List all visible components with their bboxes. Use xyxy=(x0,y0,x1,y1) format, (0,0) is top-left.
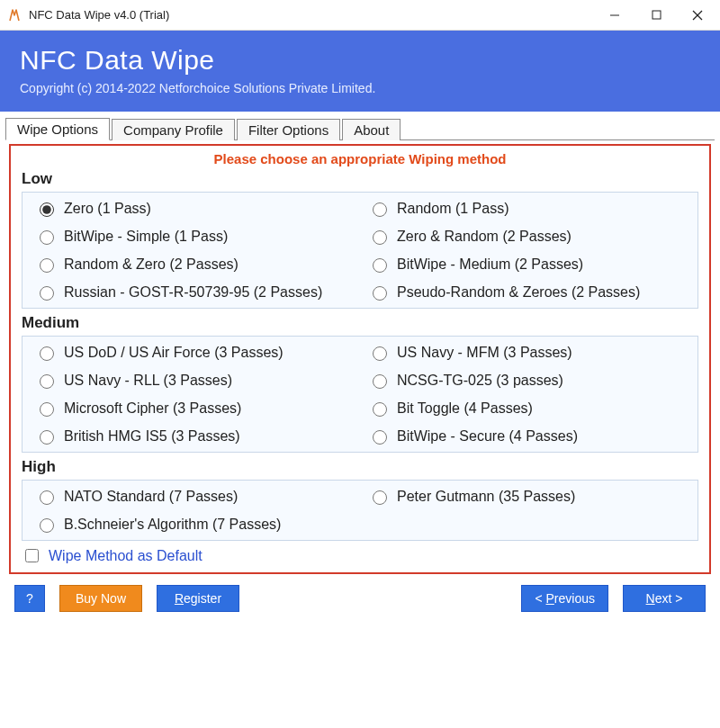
wipe-method-radio[interactable] xyxy=(40,374,54,389)
wipe-method-option[interactable]: Peter Gutmann (35 Passes) xyxy=(368,488,685,505)
help-button-label: ? xyxy=(26,591,33,606)
wipe-method-option[interactable]: US DoD / US Air Force (3 Passes) xyxy=(35,344,352,361)
wipe-method-label: Zero & Random (2 Passes) xyxy=(397,229,572,245)
wipe-method-radio[interactable] xyxy=(373,490,387,505)
tab-filter-options[interactable]: Filter Options xyxy=(237,119,340,140)
wipe-method-radio[interactable] xyxy=(373,230,387,245)
previous-button[interactable]: < Previous xyxy=(521,585,608,612)
app-header: NFC Data Wipe Copyright (c) 2014-2022 Ne… xyxy=(0,31,720,112)
wipe-method-label: BitWipe - Simple (1 Pass) xyxy=(64,229,228,245)
tab-label: Filter Options xyxy=(248,122,328,138)
wipe-method-label: Pseudo-Random & Zeroes (2 Passes) xyxy=(397,284,640,301)
wipe-method-label: Zero (1 Pass) xyxy=(64,201,151,217)
wipe-method-label: Bit Toggle (4 Passes) xyxy=(397,400,533,417)
wipe-method-option[interactable]: US Navy - MFM (3 Passes) xyxy=(368,344,685,361)
footer-bar: ? Buy Now Register < Previous Next > xyxy=(0,574,720,623)
help-button[interactable]: ? xyxy=(14,585,45,612)
wipe-method-option[interactable]: NCSG-TG-025 (3 passes) xyxy=(368,372,685,389)
wipe-method-radio[interactable] xyxy=(373,202,387,217)
wipe-options-panel: Please choose an appropriate Wiping meth… xyxy=(9,144,711,574)
window-maximize-button[interactable] xyxy=(635,1,677,30)
wipe-method-label: US Navy - MFM (3 Passes) xyxy=(397,345,572,361)
wipe-method-option[interactable]: Random & Zero (2 Passes) xyxy=(35,256,352,273)
wipe-method-radio[interactable] xyxy=(373,258,387,273)
svg-rect-1 xyxy=(652,11,661,19)
group-box-low: Zero (1 Pass)Random (1 Pass)BitWipe - Si… xyxy=(22,192,698,309)
wipe-method-option[interactable]: Microsoft Cipher (3 Passes) xyxy=(35,400,352,417)
product-name: NFC Data Wipe xyxy=(20,45,700,76)
tab-bar: Wipe OptionsCompany ProfileFilter Option… xyxy=(0,112,720,139)
wipe-method-label: NCSG-TG-025 (3 passes) xyxy=(397,373,563,389)
tab-company-profile[interactable]: Company Profile xyxy=(112,119,235,140)
wipe-method-radio[interactable] xyxy=(373,374,387,389)
tab-label: Wipe Options xyxy=(17,121,98,137)
group-title-low: Low xyxy=(22,170,698,188)
wipe-method-option[interactable]: Russian - GOST-R-50739-95 (2 Passes) xyxy=(35,283,352,301)
tab-wipe-options[interactable]: Wipe Options xyxy=(5,118,110,140)
wipe-method-default-checkbox[interactable]: Wipe Method as Default xyxy=(22,546,698,565)
wipe-method-option[interactable]: US Navy - RLL (3 Passes) xyxy=(35,372,352,389)
wipe-method-option[interactable]: BitWipe - Medium (2 Passes) xyxy=(368,256,685,273)
wipe-method-radio[interactable] xyxy=(40,258,54,273)
wipe-method-option[interactable]: NATO Standard (7 Passes) xyxy=(35,488,352,505)
wipe-method-option[interactable]: BitWipe - Secure (4 Passes) xyxy=(368,427,685,445)
wipe-method-label: British HMG IS5 (3 Passes) xyxy=(64,428,240,445)
tab-label: Company Profile xyxy=(123,122,223,138)
window-close-button[interactable] xyxy=(677,1,718,30)
wipe-method-radio[interactable] xyxy=(40,518,54,533)
buy-now-button[interactable]: Buy Now xyxy=(59,585,142,612)
wipe-method-radio[interactable] xyxy=(40,286,54,301)
group-title-high: High xyxy=(22,458,698,476)
wipe-method-label: Microsoft Cipher (3 Passes) xyxy=(64,400,241,417)
wipe-method-label: Random (1 Pass) xyxy=(397,201,509,217)
previous-label: < Previous xyxy=(535,591,595,606)
wipe-method-option[interactable]: British HMG IS5 (3 Passes) xyxy=(35,427,352,445)
wipe-method-label: Peter Gutmann (35 Passes) xyxy=(397,489,575,505)
wipe-method-option[interactable]: Zero & Random (2 Passes) xyxy=(368,228,685,245)
register-button[interactable]: Register xyxy=(157,585,239,612)
wipe-method-radio[interactable] xyxy=(40,230,54,245)
wipe-method-option[interactable]: Pseudo-Random & Zeroes (2 Passes) xyxy=(368,283,685,301)
wipe-method-default-checkbox-input[interactable] xyxy=(25,549,39,562)
wipe-method-option[interactable]: Zero (1 Pass) xyxy=(35,200,352,217)
group-title-medium: Medium xyxy=(22,314,698,332)
wipe-method-label: US Navy - RLL (3 Passes) xyxy=(64,373,232,389)
wipe-method-radio[interactable] xyxy=(373,402,387,417)
wipe-method-radio[interactable] xyxy=(40,346,54,361)
group-box-high: NATO Standard (7 Passes)Peter Gutmann (3… xyxy=(22,480,698,541)
next-button[interactable]: Next > xyxy=(623,585,706,612)
wipe-method-default-label: Wipe Method as Default xyxy=(49,548,202,564)
wipe-method-radio[interactable] xyxy=(40,430,54,445)
wipe-method-option[interactable]: B.Schneier's Algorithm (7 Passes) xyxy=(35,516,352,533)
wipe-method-label: BitWipe - Medium (2 Passes) xyxy=(397,256,583,273)
wipe-method-label: B.Schneier's Algorithm (7 Passes) xyxy=(64,517,281,533)
wipe-method-label: US DoD / US Air Force (3 Passes) xyxy=(64,345,284,361)
app-icon xyxy=(7,8,22,22)
wipe-method-radio[interactable] xyxy=(373,430,387,445)
buy-now-label: Buy Now xyxy=(76,591,126,606)
register-label: Register xyxy=(175,591,221,606)
wipe-method-label: BitWipe - Secure (4 Passes) xyxy=(397,428,578,445)
window-minimize-button[interactable] xyxy=(594,1,635,30)
wipe-method-radio[interactable] xyxy=(40,490,54,505)
wipe-method-label: Random & Zero (2 Passes) xyxy=(64,256,238,273)
wipe-method-radio[interactable] xyxy=(373,346,387,361)
tab-about[interactable]: About xyxy=(342,119,400,140)
copyright-text: Copyright (c) 2014-2022 Netforchoice Sol… xyxy=(20,81,700,95)
wipe-method-label: NATO Standard (7 Passes) xyxy=(64,489,238,505)
wipe-method-option[interactable]: Random (1 Pass) xyxy=(368,200,685,217)
wipe-method-radio[interactable] xyxy=(40,202,54,217)
tab-label: About xyxy=(354,122,389,138)
wipe-method-option[interactable]: BitWipe - Simple (1 Pass) xyxy=(35,228,352,245)
group-box-medium: US DoD / US Air Force (3 Passes)US Navy … xyxy=(22,336,698,453)
wipe-method-radio[interactable] xyxy=(373,286,387,301)
wipe-method-label: Russian - GOST-R-50739-95 (2 Passes) xyxy=(64,284,322,301)
window-title: NFC Data Wipe v4.0 (Trial) xyxy=(29,8,169,22)
next-label: Next > xyxy=(646,591,683,606)
titlebar: NFC Data Wipe v4.0 (Trial) xyxy=(0,0,720,31)
wipe-method-option[interactable]: Bit Toggle (4 Passes) xyxy=(368,400,685,417)
panel-hint: Please choose an appropriate Wiping meth… xyxy=(22,151,698,166)
wipe-method-radio[interactable] xyxy=(40,402,54,417)
